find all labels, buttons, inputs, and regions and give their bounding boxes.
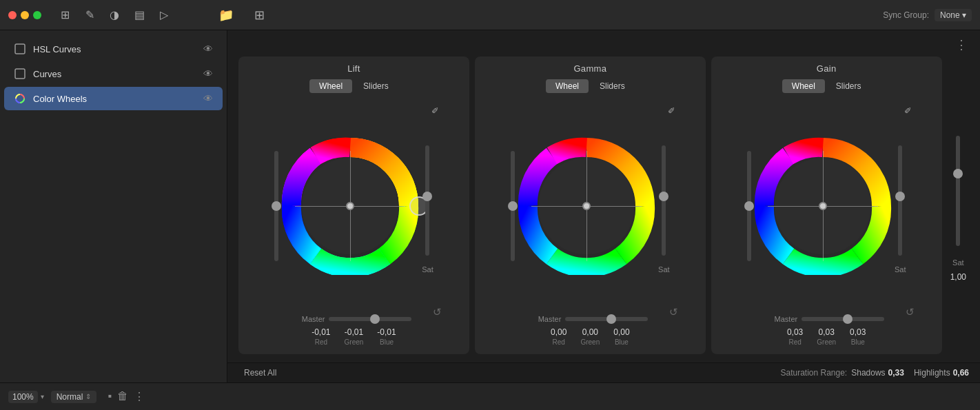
options-icon[interactable]: ⋮ [951, 36, 972, 54]
gamma-left-slider[interactable] [511, 144, 515, 268]
gain-sat-slider-track[interactable] [898, 145, 902, 256]
gain-green-value: 0,03 [819, 327, 835, 337]
gamma-color-wheel[interactable] [518, 137, 655, 275]
gamma-sat-slider-thumb[interactable] [659, 192, 668, 201]
gain-sat-slider[interactable] [898, 139, 902, 263]
gain-blue-col: 0,03 Blue [850, 327, 866, 346]
color-icon[interactable]: ◑ [105, 6, 124, 25]
gain-wheel-handle[interactable] [819, 202, 827, 210]
gamma-red-value: 0,00 [551, 327, 566, 337]
node-icon[interactable]: ⊞ [55, 6, 74, 25]
global-sat-slider[interactable] [956, 129, 960, 253]
lift-sat-slider-thumb[interactable] [422, 192, 432, 201]
gain-master-label: Master [768, 315, 797, 323]
svg-rect-0 [15, 44, 25, 54]
gain-left-slider-thumb[interactable] [744, 201, 754, 211]
gain-green-label: Green [817, 338, 836, 346]
gain-eyedropper-icon[interactable]: ✏ [901, 103, 914, 116]
curves-icon [14, 68, 26, 80]
lift-section: Lift Wheel Sliders [238, 57, 469, 354]
clip-icon[interactable]: ▪ [108, 390, 112, 403]
lift-tab-wheel[interactable]: Wheel [309, 79, 352, 93]
gain-color-wheel[interactable] [754, 137, 892, 275]
lift-master-label: Master [296, 315, 325, 323]
gain-tab-sliders[interactable]: Sliders [826, 79, 871, 93]
saturation-range-label: Saturation Range: [780, 368, 847, 378]
lift-wheel-handle[interactable] [346, 202, 354, 210]
lift-green-col: -0,01 Green [345, 327, 364, 346]
lift-color-wheel[interactable] [281, 137, 419, 275]
gamma-master-track[interactable] [565, 317, 648, 321]
gain-blue-value: 0,03 [850, 327, 866, 337]
gain-master-thumb[interactable] [843, 314, 853, 324]
lift-red-label: Red [315, 338, 327, 346]
gain-blue-label: Blue [851, 338, 865, 346]
minimize-button[interactable] [21, 11, 29, 19]
gamma-master-label: Master [532, 315, 561, 323]
gamma-sat-slider[interactable] [662, 139, 666, 263]
lift-tab-sliders[interactable]: Sliders [354, 79, 398, 93]
content-bottom-strip: Reset All Saturation Range: Shadows 0,33… [227, 362, 980, 382]
gamma-tabs: Wheel Sliders [546, 79, 635, 93]
gain-left-slider[interactable] [747, 144, 751, 268]
lift-master-thumb[interactable] [370, 314, 380, 324]
reset-all-button[interactable]: Reset All [238, 366, 282, 380]
gain-red-col: 0,03 Red [787, 327, 803, 346]
close-button[interactable] [8, 11, 17, 19]
gamma-tab-wheel[interactable]: Wheel [546, 79, 589, 93]
grid-icon[interactable]: ⊞ [248, 4, 270, 26]
lift-blue-col: -0,01 Blue [377, 327, 396, 346]
mode-select[interactable]: Normal ⇕ [51, 391, 97, 403]
titlebar-center-icons: 📁 ⊞ [215, 4, 270, 26]
lift-left-slider-thumb[interactable] [272, 201, 281, 211]
curves-visibility-icon[interactable]: 👁 [203, 68, 213, 79]
global-sat-slider-thumb[interactable] [953, 169, 963, 178]
fullscreen-button[interactable] [33, 11, 41, 19]
sidebar-item-curves[interactable]: Curves 👁 [4, 62, 223, 85]
gain-sat-label: Sat [895, 265, 906, 274]
gamma-eyedropper-icon[interactable]: ✏ [665, 103, 677, 116]
gain-tab-wheel[interactable]: Wheel [782, 79, 825, 93]
gain-reset-icon[interactable]: ↺ [906, 306, 915, 318]
gamma-sat-slider-track[interactable] [662, 145, 666, 256]
svg-rect-1 [15, 69, 25, 79]
lift-red-col: -0,01 Red [312, 327, 330, 346]
lift-master-track[interactable] [329, 317, 411, 321]
zoom-value[interactable]: 100% [8, 391, 38, 403]
lift-green-label: Green [345, 338, 364, 346]
global-sat-slider-track[interactable] [956, 136, 960, 246]
trash-icon[interactable]: 🗑 [117, 390, 128, 403]
more-options-icon[interactable]: ⋮ [134, 390, 145, 403]
color-wheels-visibility-icon[interactable]: 👁 [203, 93, 213, 104]
sidebar-item-hsl-curves[interactable]: HSL Curves 👁 [4, 37, 223, 61]
sidebar-item-color-wheels[interactable]: Color Wheels 👁 [4, 87, 223, 110]
gamma-wheel-handle[interactable] [582, 202, 591, 210]
gamma-green-label: Green [580, 338, 600, 346]
gain-sat-slider-thumb[interactable] [895, 192, 905, 201]
gamma-left-slider-track[interactable] [511, 151, 515, 261]
gamma-left-slider-thumb[interactable] [508, 201, 518, 211]
lift-eyedropper-icon[interactable]: ✏ [429, 103, 441, 116]
lift-left-slider[interactable] [274, 144, 278, 268]
gain-master-track[interactable] [802, 317, 884, 321]
titlebar-tool-icons: ⊞ ✎ ◑ ▤ ▷ [55, 6, 174, 25]
lift-left-slider-track[interactable] [274, 151, 278, 261]
deliver-icon[interactable]: ▤ [130, 6, 149, 25]
hsl-curves-visibility-icon[interactable]: 👁 [203, 43, 213, 54]
project-icon[interactable]: 📁 [215, 4, 237, 26]
edit-icon[interactable]: ✎ [80, 6, 99, 25]
highlights-value: 0,66 [953, 368, 969, 378]
more-icon[interactable]: ▷ [154, 6, 174, 25]
gamma-master-thumb[interactable] [606, 314, 616, 324]
lift-sat-slider-track[interactable] [425, 145, 429, 256]
shadows-label: Shadows [851, 368, 885, 378]
gamma-green-col: 0,00 Green [580, 327, 600, 346]
gamma-values-row: 0,00 Red 0,00 Green 0,00 Blue [551, 327, 630, 346]
lift-sat-slider[interactable] [425, 139, 429, 263]
lift-reset-icon[interactable]: ↺ [433, 306, 442, 318]
gamma-tab-sliders[interactable]: Sliders [590, 79, 635, 93]
sidebar-color-wheels-label: Color Wheels [33, 94, 196, 104]
gamma-reset-icon[interactable]: ↺ [669, 306, 678, 318]
gain-left-slider-track[interactable] [747, 151, 751, 261]
sync-group-value[interactable]: None ▾ [935, 9, 972, 21]
